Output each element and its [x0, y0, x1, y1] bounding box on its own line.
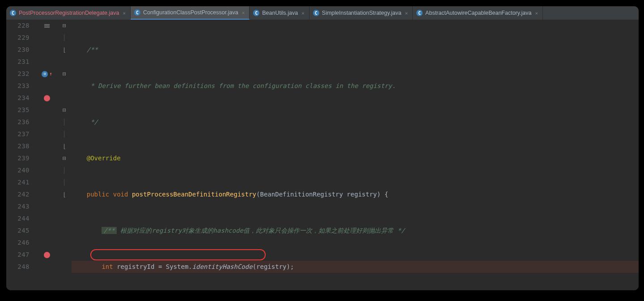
tab-configurationclasspostprocessor[interactable]: C ConfigurationClassPostProcessor.java ✕	[131, 6, 250, 20]
line-number: 240	[6, 164, 30, 176]
fold-gutter: ⊟ │ ⌊ ⊟ ⊟ │ │ ⌊ ⊟ │ │ ⌊	[60, 20, 69, 290]
tab-simpleinstantiationstrategy[interactable]: C SimpleInstantiationStrategy.java ✕	[309, 6, 413, 20]
fold-end-icon: ⌊	[63, 192, 66, 197]
java-class-icon: C	[134, 9, 140, 16]
line-number: 248	[6, 261, 30, 273]
fold-guide: │	[63, 180, 66, 185]
line-number: 245	[6, 225, 30, 237]
line-number: 235	[6, 104, 30, 116]
line-number: 246	[6, 237, 30, 249]
fold-guide: │	[63, 167, 66, 173]
close-icon[interactable]: ✕	[405, 10, 408, 16]
java-class-icon: C	[10, 10, 16, 16]
code-area[interactable]: /** * Derive further bean definitions fr…	[69, 20, 639, 290]
tab-label: AbstractAutowireCapableBeanFactory.java	[425, 10, 531, 16]
line-number: 247	[6, 249, 30, 261]
code-line: /**	[72, 44, 639, 56]
line-number: 228	[6, 20, 30, 32]
line-number: 229	[6, 32, 30, 44]
java-class-icon: C	[416, 10, 423, 16]
tab-label: ConfigurationClassPostProcessor.java	[143, 9, 238, 16]
code-line: int registryId = System.identityHashCode…	[72, 261, 639, 273]
tab-label: SimpleInstantiationStrategy.java	[322, 10, 402, 16]
line-number: 242	[6, 188, 30, 201]
close-icon[interactable]: ✕	[535, 10, 538, 16]
tab-postprocessorregistrationdelegate[interactable]: C PostProcessorRegistrationDelegate.java…	[6, 6, 131, 20]
fold-guide: │	[63, 35, 66, 41]
tab-bar: C PostProcessorRegistrationDelegate.java…	[6, 6, 639, 20]
fold-end-icon: ⌊	[63, 47, 66, 53]
line-number: 241	[6, 176, 30, 188]
code-line: @Override	[72, 152, 639, 164]
code-line: public void postProcessBeanDefinitionReg…	[72, 188, 639, 201]
line-number: 231	[6, 56, 30, 68]
gutter-icons: o↑	[34, 20, 60, 290]
line-number: 243	[6, 201, 30, 213]
override-gutter-icon[interactable]: o↑	[42, 68, 52, 80]
java-class-icon: C	[253, 10, 259, 16]
java-class-icon: C	[313, 10, 319, 16]
fold-guide: │	[63, 131, 66, 137]
tab-beanutils[interactable]: C BeanUtils.java ✕	[250, 6, 309, 20]
breakpoint-icon[interactable]	[44, 95, 50, 101]
close-icon[interactable]: ✕	[123, 10, 126, 16]
tab-label: BeanUtils.java	[262, 10, 298, 16]
tab-label: PostProcessorRegistrationDelegate.java	[19, 10, 119, 16]
fold-toggle-icon[interactable]: ⊟	[63, 23, 66, 29]
line-number: 232	[6, 68, 30, 80]
editor-window: C PostProcessorRegistrationDelegate.java…	[6, 6, 639, 290]
highlight-annotation	[90, 249, 266, 260]
fold-toggle-icon[interactable]: ⊟	[63, 71, 66, 77]
fold-toggle-icon[interactable]: ⊟	[63, 155, 66, 161]
line-number: 244	[6, 213, 30, 225]
line-number-gutter: 228 229 230 231 232 233 234 235 236 237 …	[6, 20, 34, 290]
line-number: 233	[6, 80, 30, 92]
close-icon[interactable]: ✕	[242, 10, 245, 16]
line-number: 237	[6, 128, 30, 140]
code-editor[interactable]: 228 229 230 231 232 233 234 235 236 237 …	[6, 20, 639, 290]
line-number: 238	[6, 140, 30, 152]
tab-abstractautowirecapablebeanfactory[interactable]: C AbstractAutowireCapableBeanFactory.jav…	[413, 6, 543, 20]
line-number: 236	[6, 116, 30, 128]
fold-end-icon: ⌊	[63, 143, 66, 149]
fold-toggle-icon[interactable]: ⊟	[63, 107, 66, 113]
line-number: 234	[6, 92, 30, 104]
line-number: 230	[6, 44, 30, 56]
line-number: 239	[6, 152, 30, 164]
fold-guide: │	[63, 119, 66, 125]
code-line: * Derive further bean definitions from t…	[72, 80, 639, 92]
code-line: */	[72, 116, 639, 128]
breakpoint-icon[interactable]	[44, 252, 50, 258]
code-line: /** 根据对应的registry对象生成的hashcode值，此对象只会操作一…	[72, 225, 639, 237]
close-icon[interactable]: ✕	[301, 10, 305, 16]
collapse-all-icon[interactable]	[43, 23, 51, 29]
